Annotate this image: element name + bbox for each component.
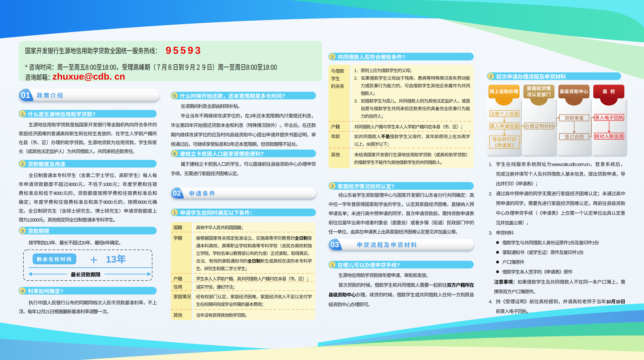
svg-text:03: 03 — [330, 240, 339, 249]
svg-text:02: 02 — [173, 189, 181, 197]
svg-text:01: 01 — [21, 90, 30, 100]
